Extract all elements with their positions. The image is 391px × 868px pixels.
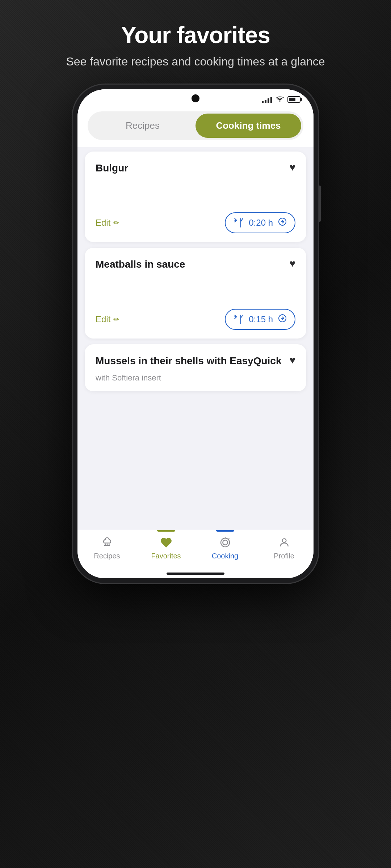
signal-bar-2: [265, 100, 266, 103]
wifi-icon: [276, 96, 284, 103]
signal-bar-4: [270, 97, 272, 103]
recipe-card-meatballs[interactable]: Meatballs in sauce ♥ Edit ✏: [85, 248, 306, 338]
arrow-icon-meatballs: [278, 314, 287, 325]
page-subtitle: See favorite recipes and cooking times a…: [66, 54, 325, 70]
card-subtitle-mussels: with Softiera insert: [96, 373, 295, 383]
nav-item-favorites[interactable]: Favorites: [136, 535, 196, 560]
signal-bars: [262, 96, 272, 103]
battery-icon: [287, 96, 300, 103]
card-title-mussels: Mussels in their shells with EasyQuick: [96, 354, 289, 367]
tab-recipes[interactable]: Recipes: [90, 114, 196, 138]
cooking-icon: [219, 535, 231, 550]
nav-label-favorites: Favorites: [151, 552, 181, 560]
phone-screen: Recipes Cooking times Bulgur ♥ Edit: [77, 89, 314, 578]
cook-time-btn-meatballs[interactable]: 0:15 h: [225, 309, 295, 330]
card-header-meatballs: Meatballs in sauce ♥: [96, 258, 295, 271]
chef-hat-icon: [101, 535, 113, 550]
heart-filled-icon-meatballs[interactable]: ♥: [289, 258, 295, 269]
page-header: Your favorites See favorite recipes and …: [44, 0, 346, 84]
bottom-nav: Recipes Favorites: [77, 530, 314, 570]
card-spacer-bulgur: [96, 179, 295, 208]
pencil-icon-meatballs: ✏: [113, 315, 119, 324]
home-bar: [167, 573, 224, 575]
nav-label-cooking: Cooking: [212, 552, 238, 560]
person-icon: [278, 535, 290, 550]
status-icons: [262, 96, 300, 103]
tab-switcher: Recipes Cooking times: [77, 106, 314, 147]
card-spacer-meatballs: [96, 276, 295, 305]
nav-item-cooking[interactable]: Cooking: [196, 535, 255, 560]
nav-label-profile: Profile: [274, 552, 294, 560]
utensils-icon-bulgur: [234, 218, 244, 228]
signal-bar-3: [268, 98, 269, 103]
card-title-meatballs: Meatballs in sauce: [96, 258, 289, 271]
card-footer-meatballs: Edit ✏ 0:15 h: [96, 309, 295, 330]
status-bar: [77, 89, 314, 106]
card-header-bulgur: Bulgur ♥: [96, 162, 295, 175]
utensils-icon-meatballs: [234, 314, 244, 324]
arrow-icon-bulgur: [278, 217, 287, 228]
recipe-card-mussels[interactable]: Mussels in their shells with EasyQuick ♥…: [85, 344, 306, 391]
nav-item-recipes[interactable]: Recipes: [77, 535, 136, 560]
edit-link-meatballs[interactable]: Edit ✏: [96, 314, 119, 324]
heart-filled-icon-bulgur[interactable]: ♥: [289, 162, 295, 173]
home-indicator: [77, 570, 314, 578]
recipe-card-bulgur[interactable]: Bulgur ♥ Edit ✏: [85, 152, 306, 242]
heart-nav-icon: [160, 535, 172, 550]
svg-point-9: [221, 538, 230, 547]
signal-bar-1: [262, 101, 264, 103]
tab-cooking-times[interactable]: Cooking times: [196, 114, 301, 138]
card-footer-bulgur: Edit ✏ 0:20 h: [96, 212, 295, 233]
card-header-mussels: Mussels in their shells with EasyQuick ♥: [96, 354, 295, 367]
edit-link-bulgur[interactable]: Edit ✏: [96, 218, 119, 228]
heart-filled-icon-mussels[interactable]: ♥: [289, 354, 295, 366]
tab-container: Recipes Cooking times: [88, 111, 303, 140]
cook-time-btn-bulgur[interactable]: 0:20 h: [225, 212, 295, 233]
camera-notch: [192, 94, 199, 102]
battery-fill: [289, 98, 295, 101]
nav-item-profile[interactable]: Profile: [255, 535, 314, 560]
phone-frame: Recipes Cooking times Bulgur ♥ Edit: [72, 84, 319, 583]
nav-label-recipes: Recipes: [94, 552, 120, 560]
content-area: Bulgur ♥ Edit ✏: [77, 147, 314, 530]
card-title-bulgur: Bulgur: [96, 162, 289, 175]
page-title: Your favorites: [66, 22, 325, 48]
svg-point-13: [282, 539, 286, 542]
svg-line-12: [228, 538, 229, 539]
svg-point-10: [223, 540, 227, 545]
pencil-icon-bulgur: ✏: [113, 218, 119, 227]
